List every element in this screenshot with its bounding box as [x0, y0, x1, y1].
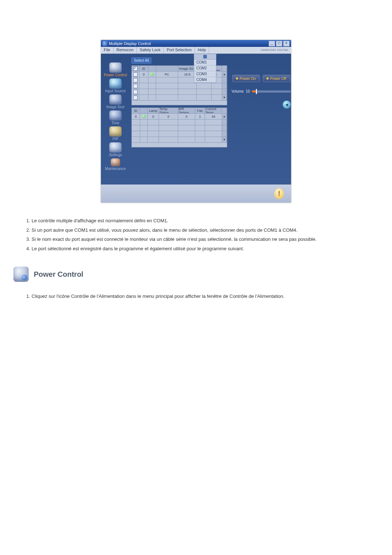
menu-help[interactable]: Help [195, 47, 209, 53]
col-source [156, 66, 178, 72]
maximize-button[interactable]: □ [276, 41, 282, 46]
volume-label: Volume [232, 89, 244, 93]
col-id: ID [139, 66, 148, 72]
port-dropdown[interactable]: COM1 COM2 COM3 COM4 [194, 54, 216, 83]
power-on-label: Power On [240, 77, 256, 81]
instruction-list-2: Cliquez sur l'icône Contrôle de l'Alimen… [22, 293, 370, 300]
row-checkbox[interactable] [133, 84, 138, 88]
pip-icon [109, 126, 122, 137]
menu-remocon[interactable]: Remocon [114, 47, 137, 53]
sidebar-item-pip[interactable]: PIP [101, 126, 130, 141]
image-size-icon [109, 94, 122, 105]
maintenance-icon [111, 158, 120, 166]
menu-port-selection[interactable]: Port Selection [164, 47, 195, 53]
client-area: COM1 COM2 COM3 COM4 Power Control Input … [101, 54, 291, 185]
cell-current-temp: 49 [205, 114, 222, 119]
sidebar-item-image-size[interactable]: Image Size [101, 94, 130, 109]
list-item: Cliquez sur l'icône Contrôle de l'Alimen… [32, 293, 370, 300]
sidebar-item-label: Image Size [101, 105, 130, 109]
port-option-com4[interactable]: COM4 [194, 77, 216, 82]
cell-id: 0 [139, 72, 148, 77]
sidebar-item-power-control[interactable]: Power Control [101, 62, 130, 77]
col-check [132, 66, 139, 72]
input-source-icon [109, 78, 122, 89]
select-all-button[interactable]: Select All [131, 57, 151, 64]
brand-label: SAMSUNG DIGITall [258, 47, 291, 53]
sidebar-item-label: PIP [101, 137, 130, 141]
col-status [148, 66, 156, 72]
scroll-up-button[interactable]: ▲ [222, 72, 227, 77]
check-all-icon[interactable] [133, 66, 138, 71]
col-fan: Fan [195, 108, 205, 114]
sidebar-item-maintenance[interactable]: Maintenance [101, 158, 130, 171]
volume-slider[interactable] [252, 90, 291, 93]
power-on-button[interactable]: Power On [232, 75, 260, 82]
menu-file[interactable]: File [101, 47, 114, 53]
window-title: Multiple Display Control [109, 41, 151, 46]
status-led-icon [151, 73, 154, 76]
power-off-dot-icon [266, 77, 269, 80]
cell-id: 0 [132, 114, 140, 119]
sidebar-item-time[interactable]: Time [101, 110, 130, 125]
sidebar-item-input-source[interactable]: Input Source [101, 78, 130, 93]
cell-br-sensor: 0 [178, 114, 195, 119]
alert-icon: ! [274, 188, 284, 199]
sidebar: Power Control Input Source Image Size Ti… [101, 54, 130, 185]
menubar: File Remocon Safety Lock Port Selection … [101, 47, 291, 54]
row-checkbox[interactable] [133, 72, 138, 77]
row-checkbox[interactable] [133, 96, 138, 100]
scrollbar-track[interactable] [222, 108, 227, 114]
volume-control: Volume 10 [229, 89, 293, 93]
section-title: Power Control [34, 270, 83, 279]
cell-fan: 1 [195, 114, 205, 119]
app-icon [102, 41, 107, 46]
status-grid[interactable]: ID Lamp Temp. Status B/R Sensor Fan Curr… [131, 108, 227, 147]
row-checkbox[interactable] [133, 90, 138, 94]
sidebar-item-label: Time [101, 121, 130, 125]
time-icon [109, 110, 122, 121]
speaker-button[interactable]: ◄ [283, 101, 291, 109]
scrollbar-track[interactable] [222, 66, 227, 72]
power-off-label: Power Off [270, 77, 286, 81]
instruction-list: Le contrôle multiple d'affichage est nor… [22, 217, 370, 252]
table-row[interactable]: 0 0 0 0 1 49 ▲ [132, 114, 227, 119]
settings-icon [109, 142, 122, 153]
cell-temp-status: 0 [159, 114, 178, 119]
power-on-dot-icon [236, 77, 238, 80]
port-option-com3[interactable]: COM3 [194, 71, 216, 77]
port-option-com2[interactable]: COM2 [194, 65, 216, 71]
list-item: Le port sélectionné est enregistré dans … [32, 245, 370, 252]
col-temp-status: Temp. Status [159, 108, 178, 114]
power-off-button[interactable]: Power Off [263, 75, 290, 82]
sidebar-item-settings[interactable]: Settings [101, 142, 130, 157]
volume-value: 10 [246, 89, 250, 93]
port-dropdown-header [194, 54, 216, 60]
scroll-down-button[interactable]: ▼ [222, 95, 227, 101]
scroll-down-button[interactable]: ▼ [222, 137, 227, 143]
section-header: Power Control [13, 267, 372, 282]
power-control-icon [109, 62, 122, 73]
col-id: ID [132, 108, 140, 114]
minimize-button[interactable]: _ [269, 41, 275, 46]
cell-lamp: 0 [148, 114, 159, 119]
controls-panel: Power On Power Off Volume 10 [229, 65, 293, 182]
sidebar-item-label: Input Source [101, 89, 130, 93]
col-status [140, 108, 148, 114]
list-item: Si un port autre que COM1 est utilisé, v… [32, 227, 370, 234]
status-led-icon [142, 115, 146, 118]
window-titlebar: Multiple Display Control _ □ × [101, 40, 291, 47]
col-current-temp: Current Temp. [205, 108, 222, 114]
sidebar-item-label: Settings [101, 153, 130, 157]
menu-safety-lock[interactable]: Safety Lock [137, 47, 164, 53]
speaker-icon: ◄ [285, 102, 289, 107]
power-control-section-icon [13, 267, 29, 282]
sidebar-item-label: Maintenance [101, 167, 130, 171]
scroll-up-button[interactable]: ▲ [222, 114, 227, 119]
list-item: Le contrôle multiple d'affichage est nor… [32, 217, 370, 224]
sidebar-item-label: Power Control [101, 73, 130, 77]
close-button[interactable]: × [283, 41, 290, 46]
row-checkbox[interactable] [133, 78, 138, 82]
col-br-sensor: B/R Sensor [178, 108, 195, 114]
port-option-com1[interactable]: COM1 [194, 60, 216, 65]
cell-source: PC [156, 72, 178, 77]
